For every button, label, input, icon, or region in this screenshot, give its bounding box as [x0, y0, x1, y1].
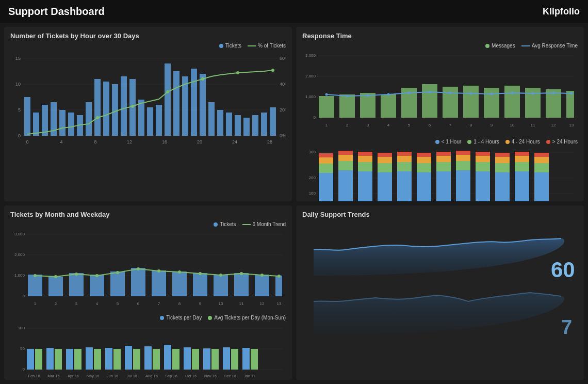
svg-rect-35	[226, 113, 232, 136]
svg-rect-137	[436, 152, 451, 156]
avg-response-label: Avg Response Time	[532, 43, 578, 49]
tpd-dot	[160, 316, 164, 320]
svg-text:5: 5	[117, 301, 119, 306]
svg-point-195	[116, 271, 119, 274]
svg-text:Jun 16: Jun 16	[107, 374, 119, 378]
tickets-legend-dot	[219, 44, 223, 48]
svg-text:1: 1	[325, 123, 328, 127]
svg-text:6: 6	[429, 123, 431, 127]
svg-text:Nov 16: Nov 16	[204, 374, 217, 378]
avg-tpd-label: Avg Tickets per Day (Mon-Sun)	[214, 315, 286, 321]
svg-point-83	[470, 92, 472, 95]
svg-rect-139	[456, 161, 470, 170]
svg-rect-236	[153, 349, 160, 370]
svg-text:20: 20	[197, 139, 202, 145]
svg-rect-155	[534, 163, 549, 172]
svg-rect-17	[68, 113, 74, 136]
svg-rect-64	[339, 94, 355, 118]
svg-rect-113	[319, 153, 333, 157]
1-4hr-dot	[467, 140, 471, 144]
svg-text:100: 100	[309, 191, 316, 196]
svg-rect-186	[193, 273, 207, 296]
response-time-legend: Messages Avg Response Time	[302, 43, 578, 49]
tpd-label: Tickets per Day	[166, 315, 202, 321]
tickets-m-label: Tickets	[220, 221, 236, 227]
svg-text:5: 5	[408, 123, 411, 127]
svg-rect-228	[74, 349, 81, 370]
svg-text:10: 10	[15, 82, 21, 87]
svg-text:1,000: 1,000	[305, 94, 316, 99]
svg-text:Jan 17: Jan 17	[244, 374, 256, 378]
svg-rect-157	[534, 153, 549, 157]
svg-point-43	[166, 90, 169, 93]
svg-text:2,000: 2,000	[14, 252, 25, 257]
svg-text:50: 50	[20, 346, 25, 351]
trend-line-icon	[242, 224, 251, 225]
daily-support-trends-panel: Daily Support Trends 60	[296, 205, 584, 380]
4-24hr-dot	[505, 140, 510, 144]
svg-text:2,000: 2,000	[305, 74, 316, 78]
svg-rect-233	[125, 346, 132, 370]
4-24hr-label: 4 - 24 Hours	[512, 139, 540, 145]
svg-rect-133	[417, 153, 431, 157]
svg-text:Oct 16: Oct 16	[185, 374, 197, 378]
svg-rect-134	[436, 171, 451, 201]
avg-response-line	[521, 45, 530, 46]
tickets-by-hour-panel: Number of Tickets by Hour over 30 Days T…	[4, 27, 292, 201]
svg-text:Sep 16: Sep 16	[165, 374, 177, 378]
svg-text:8: 8	[470, 123, 472, 127]
svg-point-193	[75, 273, 78, 276]
svg-rect-66	[381, 94, 396, 118]
svg-rect-181	[90, 275, 104, 296]
svg-rect-135	[436, 162, 451, 171]
svg-rect-145	[476, 152, 490, 156]
svg-text:Mar 16: Mar 16	[47, 374, 59, 378]
svg-rect-27	[156, 105, 162, 136]
svg-text:8: 8	[94, 139, 96, 145]
svg-rect-72	[504, 86, 520, 118]
svg-rect-149	[495, 153, 510, 157]
svg-point-42	[131, 105, 134, 108]
svg-rect-232	[113, 349, 121, 370]
svg-text:0: 0	[23, 294, 25, 298]
svg-rect-144	[476, 156, 490, 162]
svg-rect-132	[417, 157, 431, 163]
svg-point-88	[570, 92, 573, 95]
svg-text:60%: 60%	[280, 56, 286, 61]
svg-rect-245	[242, 348, 250, 370]
svg-text:1: 1	[34, 301, 37, 306]
svg-text:12: 12	[127, 139, 132, 145]
svg-point-198	[178, 270, 181, 274]
svg-rect-31	[191, 69, 197, 136]
svg-rect-152	[515, 156, 529, 162]
svg-text:9: 9	[199, 301, 202, 306]
svg-rect-143	[476, 162, 490, 171]
pct-legend-label: % of Tickets	[258, 43, 286, 49]
lt1hr-label: < 1 Hour	[442, 139, 462, 145]
svg-text:0: 0	[18, 133, 21, 138]
svg-rect-189	[255, 275, 269, 296]
svg-rect-142	[476, 171, 490, 201]
svg-text:40%: 40%	[280, 82, 286, 87]
1-4hr-label: 1 - 4 Hours	[473, 139, 499, 145]
svg-text:24: 24	[232, 139, 237, 145]
svg-rect-121	[358, 152, 372, 156]
svg-rect-37	[243, 118, 250, 136]
svg-rect-241	[203, 348, 210, 370]
svg-point-200	[219, 274, 222, 277]
svg-rect-25	[138, 100, 144, 136]
svg-rect-148	[495, 157, 510, 163]
main-grid: Number of Tickets by Hour over 30 Days T…	[0, 23, 588, 384]
tickets-m-dot	[214, 222, 218, 227]
svg-rect-124	[378, 157, 392, 163]
svg-rect-40	[270, 107, 276, 136]
svg-rect-179	[48, 277, 63, 296]
svg-rect-125	[378, 153, 392, 157]
svg-rect-229	[86, 347, 93, 370]
svg-text:Feb 16: Feb 16	[28, 374, 40, 378]
svg-rect-130	[417, 172, 431, 201]
svg-text:13: 13	[277, 301, 282, 306]
svg-point-194	[95, 274, 99, 277]
svg-rect-68	[422, 84, 437, 118]
svg-point-76	[325, 93, 328, 96]
